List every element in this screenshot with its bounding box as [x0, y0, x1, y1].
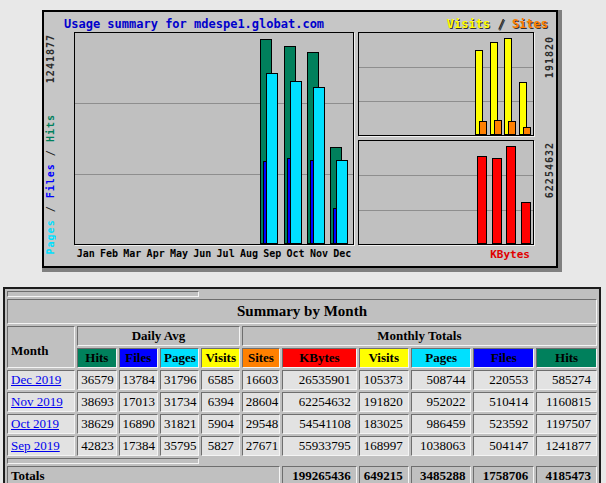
monthly-totals-group-header: Monthly Totals	[242, 326, 597, 346]
bar-pages-sep	[266, 73, 278, 244]
month-cell: Nov 2019	[7, 392, 75, 412]
month-axis-label: Dec	[331, 248, 354, 259]
value-cell: 31796	[160, 370, 199, 390]
value-cell: 26535901	[282, 370, 357, 390]
month-cell: Sep 2019	[7, 436, 75, 456]
label-part: /	[45, 142, 56, 163]
value-cell: 523592	[473, 414, 534, 434]
column-header-visits: Visits	[359, 348, 409, 368]
column-header-files: Files	[473, 348, 534, 368]
value-cell: 17384	[119, 436, 158, 456]
month-link[interactable]: Oct 2019	[11, 416, 59, 431]
group-header-row: Month Daily Avg Monthly Totals	[7, 326, 597, 346]
label-part: /	[490, 17, 512, 31]
value-cell: 55933795	[282, 436, 357, 456]
label-part: Hits	[45, 114, 56, 142]
summary-by-month-table: Summary by Month Month Daily Avg Monthly…	[3, 287, 601, 483]
month-link[interactable]: Nov 2019	[11, 394, 63, 409]
value-cell: 504147	[473, 436, 534, 456]
daily-avg-group-header: Daily Avg	[77, 326, 240, 346]
bar-kbytes-oct	[492, 158, 502, 244]
value-cell: 54541108	[282, 414, 357, 434]
value-cell: 510414	[473, 392, 534, 412]
month-link[interactable]: Sep 2019	[11, 438, 60, 453]
total-value-cell: 649215	[359, 466, 409, 483]
month-axis-label: Feb	[97, 248, 120, 259]
bar-sites-sep	[479, 121, 487, 135]
value-cell: 31734	[160, 392, 199, 412]
column-header-pages: Pages	[411, 348, 472, 368]
spacer-row	[7, 458, 597, 464]
month-axis-label: May	[167, 248, 190, 259]
spacer-cell	[7, 291, 199, 297]
left-axis-series-label: Pages / Files / Hits	[45, 114, 56, 254]
label-part: Pages	[45, 219, 56, 254]
value-cell: 191820	[359, 392, 409, 412]
bar-kbytes-nov	[506, 146, 516, 244]
chart-title: Usage summary for mdespe1.globat.com	[64, 17, 324, 31]
usage-graph-frame: Usage summary for mdespe1.globat.com Vis…	[42, 10, 562, 272]
value-cell: 508744	[411, 370, 472, 390]
month-axis-label: Jul	[214, 248, 237, 259]
spacer-row	[7, 291, 597, 297]
month-axis-label: Apr	[144, 248, 167, 259]
value-cell: 105373	[359, 370, 409, 390]
table-row-dec-2019: Dec 201936579137843179665851660326535901…	[7, 370, 597, 390]
usage-graph: Usage summary for mdespe1.globat.com Vis…	[42, 10, 558, 268]
visits-sites-panel	[358, 32, 534, 136]
column-header-sites: Sites	[242, 348, 280, 368]
value-cell: 28604	[242, 392, 280, 412]
value-cell: 31821	[160, 414, 199, 434]
label-part: /	[45, 198, 56, 219]
table-title: Summary by Month	[7, 299, 597, 324]
month-axis-label: Nov	[307, 248, 330, 259]
label-part: Sites	[512, 17, 548, 31]
month-axis-label: Aug	[237, 248, 260, 259]
column-header-row: HitsFilesPagesVisitsSitesKBytesVisitsPag…	[7, 348, 597, 368]
month-cell: Oct 2019	[7, 414, 75, 434]
value-cell: 13784	[119, 370, 158, 390]
month-axis-labels: JanFebMarAprMayJunJulAugSepOctNovDec	[74, 248, 354, 259]
bar-sites-oct	[494, 120, 502, 135]
value-cell: 1038063	[411, 436, 472, 456]
right-axis-kbytes-max-label: 62254632	[544, 142, 555, 198]
bar-pages-oct	[290, 81, 302, 244]
value-cell: 6585	[201, 370, 239, 390]
value-cell: 220553	[473, 370, 534, 390]
value-cell: 16890	[119, 414, 158, 434]
month-column-header: Month	[7, 326, 75, 368]
month-axis-label: Oct	[284, 248, 307, 259]
column-header-hits: Hits	[536, 348, 597, 368]
value-cell: 952022	[411, 392, 472, 412]
month-axis-label: Jun	[191, 248, 214, 259]
total-value-cell: 4185473	[536, 466, 597, 483]
table-title-row: Summary by Month	[7, 299, 597, 324]
value-cell: 16603	[242, 370, 280, 390]
total-value-cell: 1758706	[473, 466, 534, 483]
chart-legend: Visits / Sites	[447, 17, 548, 31]
totals-row: Totals 199265436649215348528817587064185…	[7, 466, 597, 483]
value-cell: 5827	[201, 436, 239, 456]
month-axis-label: Mar	[121, 248, 144, 259]
label-part: Visits	[447, 17, 490, 31]
column-header-visits: Visits	[201, 348, 239, 368]
value-cell: 6394	[201, 392, 239, 412]
table-row-oct-2019: Oct 201938629168903182159042954854541108…	[7, 414, 597, 434]
value-cell: 62254632	[282, 392, 357, 412]
value-cell: 29548	[242, 414, 280, 434]
value-cell: 38629	[77, 414, 116, 434]
kbytes-panel	[358, 140, 534, 245]
value-cell: 38693	[77, 392, 116, 412]
total-value-cell: 199265436	[282, 466, 357, 483]
main-chart-panel	[74, 32, 354, 245]
month-link[interactable]: Dec 2019	[11, 372, 61, 387]
spacer-cell	[7, 458, 199, 464]
bar-sites-nov	[508, 121, 516, 135]
column-header-hits: Hits	[77, 348, 116, 368]
column-header-pages: Pages	[160, 348, 199, 368]
value-cell: 35795	[160, 436, 199, 456]
kbytes-axis-label: KBytes	[490, 248, 530, 261]
total-value-cell: 3485288	[411, 466, 472, 483]
value-cell: 168997	[359, 436, 409, 456]
right-axis-visits-max-label: 191820	[544, 36, 555, 78]
